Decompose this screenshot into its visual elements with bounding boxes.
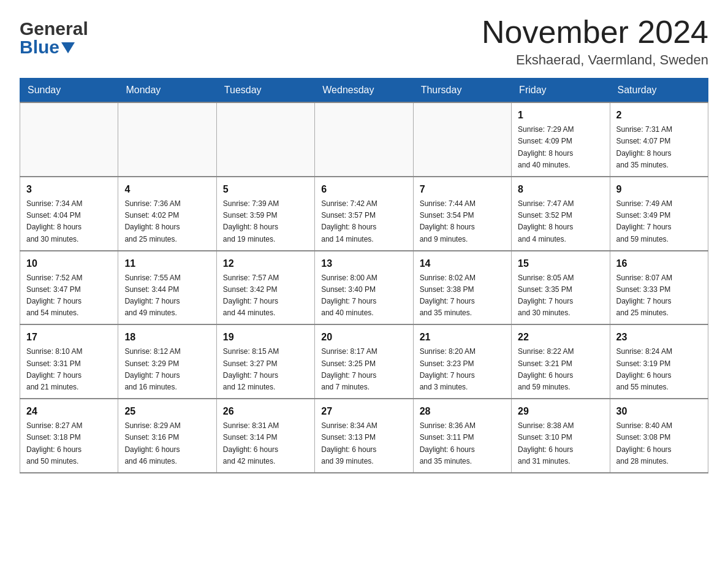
calendar-cell: 15Sunrise: 8:05 AM Sunset: 3:35 PM Dayli… xyxy=(512,251,610,325)
calendar-cell: 7Sunrise: 7:44 AM Sunset: 3:54 PM Daylig… xyxy=(413,177,511,251)
location-title: Ekshaerad, Vaermland, Sweden xyxy=(482,52,708,68)
day-info: Sunrise: 8:31 AM Sunset: 3:14 PM Dayligh… xyxy=(223,420,308,467)
day-info: Sunrise: 8:07 AM Sunset: 3:33 PM Dayligh… xyxy=(616,272,702,320)
day-number: 3 xyxy=(26,182,112,197)
logo-triangle-icon xyxy=(61,42,75,55)
calendar-cell: 11Sunrise: 7:55 AM Sunset: 3:44 PM Dayli… xyxy=(118,251,216,325)
day-number: 7 xyxy=(420,182,505,197)
calendar-cell xyxy=(315,102,413,177)
day-info: Sunrise: 8:34 AM Sunset: 3:13 PM Dayligh… xyxy=(321,420,406,467)
day-info: Sunrise: 7:44 AM Sunset: 3:54 PM Dayligh… xyxy=(420,198,505,245)
day-number: 13 xyxy=(321,256,406,271)
logo-general: General xyxy=(20,20,88,38)
day-info: Sunrise: 8:12 AM Sunset: 3:29 PM Dayligh… xyxy=(124,346,210,393)
day-number: 4 xyxy=(124,182,210,197)
calendar-cell: 18Sunrise: 8:12 AM Sunset: 3:29 PM Dayli… xyxy=(118,324,216,399)
day-number: 23 xyxy=(616,330,702,345)
calendar-cell: 13Sunrise: 8:00 AM Sunset: 3:40 PM Dayli… xyxy=(315,251,413,325)
day-info: Sunrise: 8:27 AM Sunset: 3:18 PM Dayligh… xyxy=(26,420,112,467)
day-info: Sunrise: 8:15 AM Sunset: 3:27 PM Dayligh… xyxy=(223,346,308,393)
day-info: Sunrise: 8:36 AM Sunset: 3:11 PM Dayligh… xyxy=(420,420,505,467)
day-info: Sunrise: 8:17 AM Sunset: 3:25 PM Dayligh… xyxy=(321,346,406,393)
day-number: 30 xyxy=(616,404,702,419)
logo: General Blue xyxy=(20,15,88,56)
day-info: Sunrise: 8:05 AM Sunset: 3:35 PM Dayligh… xyxy=(518,272,603,320)
calendar-cell: 4Sunrise: 7:36 AM Sunset: 4:02 PM Daylig… xyxy=(118,177,216,251)
weekday-header-wednesday: Wednesday xyxy=(315,79,413,103)
weekday-header-tuesday: Tuesday xyxy=(216,79,314,103)
weekday-header-saturday: Saturday xyxy=(610,79,708,103)
day-info: Sunrise: 7:34 AM Sunset: 4:04 PM Dayligh… xyxy=(26,198,112,245)
day-number: 1 xyxy=(518,108,603,123)
calendar-cell: 2Sunrise: 7:31 AM Sunset: 4:07 PM Daylig… xyxy=(610,102,708,177)
calendar-cell: 26Sunrise: 8:31 AM Sunset: 3:14 PM Dayli… xyxy=(216,399,314,473)
day-number: 24 xyxy=(26,404,112,419)
calendar-cell: 19Sunrise: 8:15 AM Sunset: 3:27 PM Dayli… xyxy=(216,324,314,399)
calendar-cell: 24Sunrise: 8:27 AM Sunset: 3:18 PM Dayli… xyxy=(20,399,118,473)
day-info: Sunrise: 7:31 AM Sunset: 4:07 PM Dayligh… xyxy=(616,124,702,171)
day-info: Sunrise: 8:10 AM Sunset: 3:31 PM Dayligh… xyxy=(26,346,112,393)
calendar-cell: 20Sunrise: 8:17 AM Sunset: 3:25 PM Dayli… xyxy=(315,324,413,399)
day-info: Sunrise: 8:40 AM Sunset: 3:08 PM Dayligh… xyxy=(616,420,702,467)
day-number: 21 xyxy=(420,330,505,345)
calendar-cell: 27Sunrise: 8:34 AM Sunset: 3:13 PM Dayli… xyxy=(315,399,413,473)
day-number: 20 xyxy=(321,330,406,345)
calendar-cell: 28Sunrise: 8:36 AM Sunset: 3:11 PM Dayli… xyxy=(413,399,511,473)
day-number: 17 xyxy=(26,330,112,345)
day-info: Sunrise: 8:29 AM Sunset: 3:16 PM Dayligh… xyxy=(124,420,210,467)
day-number: 15 xyxy=(518,256,603,271)
svg-marker-0 xyxy=(61,42,75,53)
calendar-cell: 1Sunrise: 7:29 AM Sunset: 4:09 PM Daylig… xyxy=(512,102,610,177)
day-info: Sunrise: 8:02 AM Sunset: 3:38 PM Dayligh… xyxy=(420,272,505,320)
calendar-cell: 23Sunrise: 8:24 AM Sunset: 3:19 PM Dayli… xyxy=(610,324,708,399)
calendar-week-row: 3Sunrise: 7:34 AM Sunset: 4:04 PM Daylig… xyxy=(20,177,708,251)
calendar-cell: 17Sunrise: 8:10 AM Sunset: 3:31 PM Dayli… xyxy=(20,324,118,399)
calendar-cell: 9Sunrise: 7:49 AM Sunset: 3:49 PM Daylig… xyxy=(610,177,708,251)
day-info: Sunrise: 7:39 AM Sunset: 3:59 PM Dayligh… xyxy=(223,198,308,245)
calendar-cell xyxy=(413,102,511,177)
day-number: 8 xyxy=(518,182,603,197)
day-number: 10 xyxy=(26,256,112,271)
day-info: Sunrise: 8:22 AM Sunset: 3:21 PM Dayligh… xyxy=(518,346,603,393)
calendar-week-row: 24Sunrise: 8:27 AM Sunset: 3:18 PM Dayli… xyxy=(20,399,708,473)
day-number: 22 xyxy=(518,330,603,345)
calendar-week-row: 10Sunrise: 7:52 AM Sunset: 3:47 PM Dayli… xyxy=(20,251,708,325)
calendar-cell: 22Sunrise: 8:22 AM Sunset: 3:21 PM Dayli… xyxy=(512,324,610,399)
day-number: 11 xyxy=(124,256,210,271)
header: General Blue November 2024 Ekshaerad, Va… xyxy=(20,15,708,68)
day-info: Sunrise: 7:52 AM Sunset: 3:47 PM Dayligh… xyxy=(26,272,112,320)
calendar-cell: 25Sunrise: 8:29 AM Sunset: 3:16 PM Dayli… xyxy=(118,399,216,473)
calendar-cell: 8Sunrise: 7:47 AM Sunset: 3:52 PM Daylig… xyxy=(512,177,610,251)
calendar-cell: 3Sunrise: 7:34 AM Sunset: 4:04 PM Daylig… xyxy=(20,177,118,251)
day-number: 9 xyxy=(616,182,702,197)
day-number: 2 xyxy=(616,108,702,123)
calendar-cell: 21Sunrise: 8:20 AM Sunset: 3:23 PM Dayli… xyxy=(413,324,511,399)
day-number: 25 xyxy=(124,404,210,419)
weekday-header-thursday: Thursday xyxy=(413,79,511,103)
logo-blue: Blue xyxy=(20,38,59,56)
calendar-cell: 12Sunrise: 7:57 AM Sunset: 3:42 PM Dayli… xyxy=(216,251,314,325)
day-number: 18 xyxy=(124,330,210,345)
month-title: November 2024 xyxy=(482,15,708,50)
calendar-cell: 10Sunrise: 7:52 AM Sunset: 3:47 PM Dayli… xyxy=(20,251,118,325)
weekday-header-monday: Monday xyxy=(118,79,216,103)
calendar-cell: 29Sunrise: 8:38 AM Sunset: 3:10 PM Dayli… xyxy=(512,399,610,473)
day-info: Sunrise: 8:20 AM Sunset: 3:23 PM Dayligh… xyxy=(420,346,505,393)
day-info: Sunrise: 7:42 AM Sunset: 3:57 PM Dayligh… xyxy=(321,198,406,245)
calendar-cell xyxy=(20,102,118,177)
day-number: 5 xyxy=(223,182,308,197)
calendar-week-row: 1Sunrise: 7:29 AM Sunset: 4:09 PM Daylig… xyxy=(20,102,708,177)
calendar-week-row: 17Sunrise: 8:10 AM Sunset: 3:31 PM Dayli… xyxy=(20,324,708,399)
calendar-cell: 14Sunrise: 8:02 AM Sunset: 3:38 PM Dayli… xyxy=(413,251,511,325)
day-info: Sunrise: 7:55 AM Sunset: 3:44 PM Dayligh… xyxy=(124,272,210,320)
day-number: 14 xyxy=(420,256,505,271)
day-number: 6 xyxy=(321,182,406,197)
weekday-header-friday: Friday xyxy=(512,79,610,103)
calendar-cell xyxy=(118,102,216,177)
day-number: 12 xyxy=(223,256,308,271)
day-info: Sunrise: 8:00 AM Sunset: 3:40 PM Dayligh… xyxy=(321,272,406,320)
calendar-cell: 16Sunrise: 8:07 AM Sunset: 3:33 PM Dayli… xyxy=(610,251,708,325)
day-info: Sunrise: 7:57 AM Sunset: 3:42 PM Dayligh… xyxy=(223,272,308,320)
weekday-header-row: SundayMondayTuesdayWednesdayThursdayFrid… xyxy=(20,79,708,103)
title-area: November 2024 Ekshaerad, Vaermland, Swed… xyxy=(482,15,708,68)
